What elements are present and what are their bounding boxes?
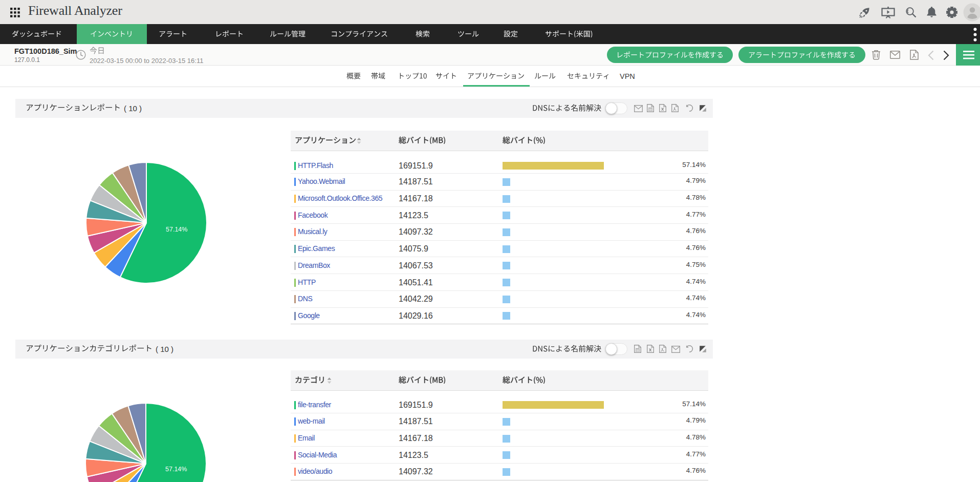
svg-text:57.14%: 57.14% <box>165 466 187 473</box>
svg-text:57.14%: 57.14% <box>166 226 187 233</box>
